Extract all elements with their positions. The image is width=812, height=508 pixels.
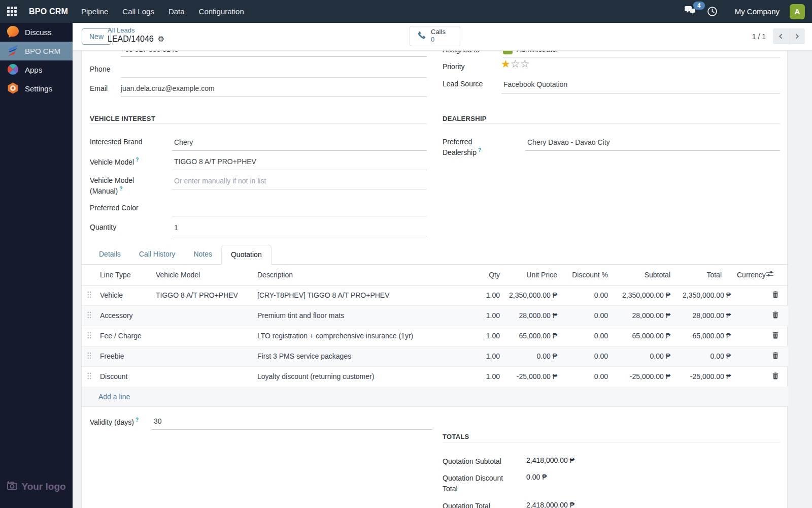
col-subtotal[interactable]: Subtotal xyxy=(611,265,673,285)
menu-call-logs[interactable]: Call Logs xyxy=(121,5,155,18)
col-discount[interactable]: Discount % xyxy=(560,265,611,285)
cell-discount[interactable]: 0.00 xyxy=(560,305,611,326)
cell-total[interactable]: 0.00 ₱ xyxy=(673,346,734,366)
lead-source-input[interactable]: Facebook Quotation xyxy=(503,80,567,88)
help-icon[interactable]: ? xyxy=(136,157,139,163)
cell-discount[interactable]: 0.00 xyxy=(560,346,611,366)
cell-subtotal[interactable]: 0.00 ₱ xyxy=(611,346,673,366)
sidebar-item-apps[interactable]: Apps xyxy=(0,60,73,79)
cell-unit-price[interactable]: 28,000.00 ₱ xyxy=(503,305,560,326)
tab-notes[interactable]: Notes xyxy=(184,245,221,264)
menu-pipeline[interactable]: Pipeline xyxy=(80,5,109,18)
add-a-line-link[interactable]: Add a line xyxy=(98,393,130,401)
email-input[interactable]: juan.dela.cruz@example.com xyxy=(121,84,427,92)
vehicle-model-manual-input[interactable]: Or enter manually if not in list xyxy=(174,177,266,185)
tab-details[interactable]: Details xyxy=(90,245,130,264)
cell-discount[interactable]: 0.00 xyxy=(560,285,611,305)
cell-subtotal[interactable]: -25,000.00 ₱ xyxy=(611,366,673,387)
cell-total[interactable]: -25,000.00 ₱ xyxy=(673,366,734,387)
validity-input[interactable]: 30 xyxy=(154,417,162,425)
delete-line-icon[interactable] xyxy=(763,346,788,366)
sidebar-item-bpo-crm[interactable]: BPO CRM xyxy=(0,42,73,60)
cell-line-type[interactable]: Fee / Charge xyxy=(97,326,153,346)
cell-vehicle-model[interactable] xyxy=(153,366,254,387)
cell-line-type[interactable]: Vehicle xyxy=(97,285,153,305)
cell-description[interactable]: Premium tint and floor mats xyxy=(254,305,483,326)
col-vehicle-model[interactable]: Vehicle Model xyxy=(153,265,254,285)
vehicle-model-input[interactable]: TIGGO 8 A/T PRO+PHEV xyxy=(174,157,256,166)
star-empty-icon[interactable]: ☆ xyxy=(511,58,520,70)
drag-handle[interactable] xyxy=(82,285,97,305)
delete-line-icon[interactable] xyxy=(763,366,788,387)
cell-discount[interactable]: 0.00 xyxy=(560,366,611,387)
cell-description[interactable]: First 3 PMS service packages xyxy=(254,346,483,366)
sidebar-item-settings[interactable]: Settings xyxy=(0,79,73,98)
col-unit-price[interactable]: Unit Price xyxy=(503,265,560,285)
drag-handle[interactable] xyxy=(82,305,97,326)
tab-quotation[interactable]: Quotation xyxy=(221,245,272,265)
cell-discount[interactable]: 0.00 xyxy=(560,326,611,346)
cell-line-type[interactable]: Discount xyxy=(97,366,153,387)
menu-configuration[interactable]: Configuration xyxy=(198,5,245,18)
sidebar-item-discuss[interactable]: Discuss xyxy=(0,23,73,42)
cell-unit-price[interactable]: 65,000.00 ₱ xyxy=(503,326,560,346)
optional-columns-icon[interactable] xyxy=(763,265,788,285)
cell-qty[interactable]: 1.00 xyxy=(483,285,503,305)
company-switcher[interactable]: My Company xyxy=(735,7,780,16)
drag-handle[interactable] xyxy=(82,366,97,387)
col-total[interactable]: Total xyxy=(673,265,734,285)
help-icon[interactable]: ? xyxy=(136,417,139,423)
delete-line-icon[interactable] xyxy=(763,305,788,326)
cell-unit-price[interactable]: 2,350,000.00 ₱ xyxy=(503,285,560,305)
cell-subtotal[interactable]: 2,350,000.00 ₱ xyxy=(611,285,673,305)
your-logo[interactable]: Your logo xyxy=(0,481,73,493)
cell-vehicle-model[interactable] xyxy=(153,346,254,366)
preferred-dealership-input[interactable]: Chery Davao - Davao City xyxy=(527,138,610,146)
cell-qty[interactable]: 1.00 xyxy=(483,326,503,346)
menu-data[interactable]: Data xyxy=(167,5,186,18)
cell-vehicle-model[interactable] xyxy=(153,305,254,326)
cell-description[interactable]: Loyalty discount (returning customer) xyxy=(254,366,483,387)
col-description[interactable]: Description xyxy=(254,265,483,285)
help-icon[interactable]: ? xyxy=(119,186,122,192)
cell-total[interactable]: 28,000.00 ₱ xyxy=(673,305,734,326)
help-icon[interactable]: ? xyxy=(478,147,481,153)
star-filled-icon[interactable]: ★ xyxy=(501,58,511,70)
drag-handle[interactable] xyxy=(82,326,97,346)
calls-button[interactable]: Calls 0 xyxy=(410,26,460,46)
cell-description[interactable]: LTO registration + comprehensive insuran… xyxy=(254,326,483,346)
cell-line-type[interactable]: Accessory xyxy=(97,305,153,326)
star-empty-icon[interactable]: ☆ xyxy=(520,58,530,70)
col-line-type[interactable]: Line Type xyxy=(97,265,153,285)
drag-handle[interactable] xyxy=(82,346,97,366)
quantity-input[interactable]: 1 xyxy=(174,224,178,232)
messages-menu[interactable]: 4 xyxy=(685,6,697,17)
app-name[interactable]: BPO CRM xyxy=(29,7,68,16)
activities-clock-icon[interactable] xyxy=(707,6,718,17)
interested-brand-input[interactable]: Chery xyxy=(174,138,193,146)
cell-qty[interactable]: 1.00 xyxy=(483,366,503,387)
cell-qty[interactable]: 1.00 xyxy=(483,346,503,366)
cell-subtotal[interactable]: 28,000.00 ₱ xyxy=(611,305,673,326)
cell-qty[interactable]: 1.00 xyxy=(483,305,503,326)
cell-subtotal[interactable]: 65,000.00 ₱ xyxy=(611,326,673,346)
user-avatar[interactable]: A xyxy=(790,4,805,19)
delete-line-icon[interactable] xyxy=(763,326,788,346)
cell-vehicle-model[interactable] xyxy=(153,326,254,346)
pager-next-button[interactable] xyxy=(789,28,805,44)
cell-unit-price[interactable]: 0.00 ₱ xyxy=(503,346,560,366)
breadcrumb-parent-link[interactable]: All Leads xyxy=(108,26,164,34)
apps-grid-icon[interactable] xyxy=(7,7,17,16)
cell-unit-price[interactable]: -25,000.00 ₱ xyxy=(503,366,560,387)
cell-description[interactable]: [CRY-T8PHEV] TIGGO 8 A/T PRO+PHEV xyxy=(254,285,483,305)
col-currency[interactable]: Currency xyxy=(734,265,763,285)
delete-line-icon[interactable] xyxy=(763,285,788,305)
col-qty[interactable]: Qty xyxy=(483,265,503,285)
pager-previous-button[interactable] xyxy=(773,28,789,44)
tab-call-history[interactable]: Call History xyxy=(130,245,185,264)
cell-vehicle-model[interactable]: TIGGO 8 A/T PRO+PHEV xyxy=(153,285,254,305)
new-button[interactable]: New xyxy=(82,28,111,45)
gear-icon[interactable]: ⚙ xyxy=(158,35,164,44)
cell-total[interactable]: 2,350,000.00 ₱ xyxy=(673,285,734,305)
cell-line-type[interactable]: Freebie xyxy=(97,346,153,366)
